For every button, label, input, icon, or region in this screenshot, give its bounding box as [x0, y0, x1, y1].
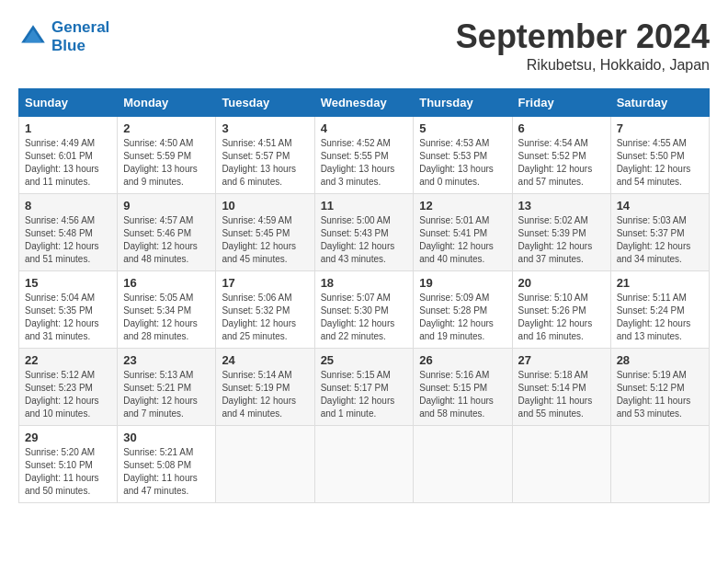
- calendar-cell: 4Sunrise: 4:52 AM Sunset: 5:55 PM Daylig…: [314, 116, 414, 193]
- calendar-week-1: 1Sunrise: 4:49 AM Sunset: 6:01 PM Daylig…: [19, 116, 710, 193]
- calendar-cell: 18Sunrise: 5:07 AM Sunset: 5:30 PM Dayli…: [314, 270, 414, 348]
- weekday-header-sunday: Sunday: [19, 88, 118, 116]
- day-number: 9: [123, 199, 210, 213]
- day-info: Sunrise: 4:55 AM Sunset: 5:50 PM Dayligh…: [617, 137, 703, 189]
- day-info: Sunrise: 4:59 AM Sunset: 5:45 PM Dayligh…: [222, 214, 308, 266]
- day-info: Sunrise: 4:52 AM Sunset: 5:55 PM Dayligh…: [321, 137, 408, 189]
- day-info: Sunrise: 5:09 AM Sunset: 5:28 PM Dayligh…: [419, 292, 506, 343]
- calendar-cell: 25Sunrise: 5:15 AM Sunset: 5:17 PM Dayli…: [314, 348, 414, 425]
- day-info: Sunrise: 5:01 AM Sunset: 5:41 PM Dayligh…: [419, 214, 506, 266]
- day-info: Sunrise: 5:20 AM Sunset: 5:10 PM Dayligh…: [25, 446, 111, 498]
- day-number: 2: [123, 121, 210, 135]
- weekday-header-thursday: Thursday: [414, 88, 512, 116]
- day-info: Sunrise: 5:15 AM Sunset: 5:17 PM Dayligh…: [321, 369, 408, 420]
- day-number: 26: [419, 353, 506, 367]
- day-info: Sunrise: 4:56 AM Sunset: 5:48 PM Dayligh…: [25, 214, 111, 266]
- logo: General Blue: [18, 18, 109, 54]
- day-info: Sunrise: 5:02 AM Sunset: 5:39 PM Dayligh…: [518, 214, 605, 266]
- calendar-cell: 26Sunrise: 5:16 AM Sunset: 5:15 PM Dayli…: [414, 348, 512, 425]
- day-number: 6: [518, 121, 605, 135]
- day-info: Sunrise: 5:05 AM Sunset: 5:34 PM Dayligh…: [123, 292, 210, 343]
- calendar: SundayMondayTuesdayWednesdayThursdayFrid…: [18, 88, 710, 503]
- day-number: 4: [321, 121, 408, 135]
- logo-icon: [18, 22, 48, 52]
- calendar-cell: 3Sunrise: 4:51 AM Sunset: 5:57 PM Daylig…: [216, 116, 314, 193]
- day-number: 12: [419, 199, 506, 213]
- day-number: 11: [321, 199, 408, 213]
- day-number: 19: [419, 276, 506, 290]
- logo-text: General Blue: [51, 18, 109, 54]
- day-number: 25: [321, 353, 408, 367]
- day-number: 29: [25, 431, 111, 444]
- weekday-header-wednesday: Wednesday: [314, 88, 414, 116]
- day-number: 17: [222, 276, 308, 290]
- calendar-cell: 6Sunrise: 4:54 AM Sunset: 5:52 PM Daylig…: [512, 116, 610, 193]
- calendar-cell: [512, 425, 610, 502]
- weekday-header-monday: Monday: [118, 88, 216, 116]
- day-info: Sunrise: 4:53 AM Sunset: 5:53 PM Dayligh…: [419, 137, 506, 189]
- weekday-header-saturday: Saturday: [610, 88, 709, 116]
- day-number: 3: [222, 121, 308, 135]
- day-number: 1: [25, 121, 111, 135]
- day-number: 5: [419, 121, 506, 135]
- calendar-cell: [414, 425, 512, 502]
- calendar-cell: 5Sunrise: 4:53 AM Sunset: 5:53 PM Daylig…: [414, 116, 512, 193]
- day-info: Sunrise: 5:19 AM Sunset: 5:12 PM Dayligh…: [617, 369, 703, 420]
- calendar-week-3: 15Sunrise: 5:04 AM Sunset: 5:35 PM Dayli…: [19, 270, 710, 348]
- calendar-cell: 16Sunrise: 5:05 AM Sunset: 5:34 PM Dayli…: [118, 270, 216, 348]
- day-info: Sunrise: 5:00 AM Sunset: 5:43 PM Dayligh…: [321, 214, 408, 266]
- calendar-cell: 21Sunrise: 5:11 AM Sunset: 5:24 PM Dayli…: [610, 270, 709, 348]
- calendar-cell: 20Sunrise: 5:10 AM Sunset: 5:26 PM Dayli…: [512, 270, 610, 348]
- day-number: 27: [518, 353, 605, 367]
- calendar-cell: 24Sunrise: 5:14 AM Sunset: 5:19 PM Dayli…: [216, 348, 314, 425]
- day-info: Sunrise: 4:51 AM Sunset: 5:57 PM Dayligh…: [222, 137, 308, 189]
- calendar-cell: 13Sunrise: 5:02 AM Sunset: 5:39 PM Dayli…: [512, 193, 610, 270]
- month-title: September 2024: [456, 18, 710, 55]
- day-number: 23: [123, 353, 210, 367]
- day-info: Sunrise: 5:18 AM Sunset: 5:14 PM Dayligh…: [518, 369, 605, 420]
- day-info: Sunrise: 4:49 AM Sunset: 6:01 PM Dayligh…: [25, 137, 111, 189]
- day-info: Sunrise: 5:12 AM Sunset: 5:23 PM Dayligh…: [25, 369, 111, 420]
- calendar-cell: 27Sunrise: 5:18 AM Sunset: 5:14 PM Dayli…: [512, 348, 610, 425]
- day-number: 10: [222, 199, 308, 213]
- calendar-cell: 29Sunrise: 5:20 AM Sunset: 5:10 PM Dayli…: [19, 425, 118, 502]
- day-number: 7: [617, 121, 703, 135]
- title-area: September 2024 Rikubetsu, Hokkaido, Japa…: [456, 18, 710, 74]
- day-number: 14: [617, 199, 703, 213]
- day-number: 8: [25, 199, 111, 213]
- day-number: 16: [123, 276, 210, 290]
- calendar-cell: 12Sunrise: 5:01 AM Sunset: 5:41 PM Dayli…: [414, 193, 512, 270]
- day-info: Sunrise: 5:13 AM Sunset: 5:21 PM Dayligh…: [123, 369, 210, 420]
- calendar-week-5: 29Sunrise: 5:20 AM Sunset: 5:10 PM Dayli…: [19, 425, 710, 502]
- calendar-cell: 10Sunrise: 4:59 AM Sunset: 5:45 PM Dayli…: [216, 193, 314, 270]
- day-info: Sunrise: 5:10 AM Sunset: 5:26 PM Dayligh…: [518, 292, 605, 343]
- day-info: Sunrise: 5:07 AM Sunset: 5:30 PM Dayligh…: [321, 292, 408, 343]
- calendar-cell: [610, 425, 709, 502]
- calendar-cell: [216, 425, 314, 502]
- calendar-cell: 19Sunrise: 5:09 AM Sunset: 5:28 PM Dayli…: [414, 270, 512, 348]
- calendar-cell: 8Sunrise: 4:56 AM Sunset: 5:48 PM Daylig…: [19, 193, 118, 270]
- calendar-cell: 11Sunrise: 5:00 AM Sunset: 5:43 PM Dayli…: [314, 193, 414, 270]
- weekday-header-friday: Friday: [512, 88, 610, 116]
- day-number: 28: [617, 353, 703, 367]
- calendar-week-2: 8Sunrise: 4:56 AM Sunset: 5:48 PM Daylig…: [19, 193, 710, 270]
- calendar-cell: 23Sunrise: 5:13 AM Sunset: 5:21 PM Dayli…: [118, 348, 216, 425]
- day-info: Sunrise: 4:50 AM Sunset: 5:59 PM Dayligh…: [123, 137, 210, 189]
- calendar-cell: 2Sunrise: 4:50 AM Sunset: 5:59 PM Daylig…: [118, 116, 216, 193]
- day-info: Sunrise: 5:06 AM Sunset: 5:32 PM Dayligh…: [222, 292, 308, 343]
- day-info: Sunrise: 4:57 AM Sunset: 5:46 PM Dayligh…: [123, 214, 210, 266]
- day-number: 18: [321, 276, 408, 290]
- day-number: 20: [518, 276, 605, 290]
- header: General Blue September 2024 Rikubetsu, H…: [18, 18, 710, 74]
- calendar-cell: [314, 425, 414, 502]
- calendar-cell: 22Sunrise: 5:12 AM Sunset: 5:23 PM Dayli…: [19, 348, 118, 425]
- day-info: Sunrise: 5:04 AM Sunset: 5:35 PM Dayligh…: [25, 292, 111, 343]
- calendar-cell: 9Sunrise: 4:57 AM Sunset: 5:46 PM Daylig…: [118, 193, 216, 270]
- day-info: Sunrise: 4:54 AM Sunset: 5:52 PM Dayligh…: [518, 137, 605, 189]
- location-title: Rikubetsu, Hokkaido, Japan: [456, 57, 710, 74]
- calendar-cell: 14Sunrise: 5:03 AM Sunset: 5:37 PM Dayli…: [610, 193, 709, 270]
- calendar-cell: 15Sunrise: 5:04 AM Sunset: 5:35 PM Dayli…: [19, 270, 118, 348]
- calendar-cell: 7Sunrise: 4:55 AM Sunset: 5:50 PM Daylig…: [610, 116, 709, 193]
- calendar-week-4: 22Sunrise: 5:12 AM Sunset: 5:23 PM Dayli…: [19, 348, 710, 425]
- day-number: 13: [518, 199, 605, 213]
